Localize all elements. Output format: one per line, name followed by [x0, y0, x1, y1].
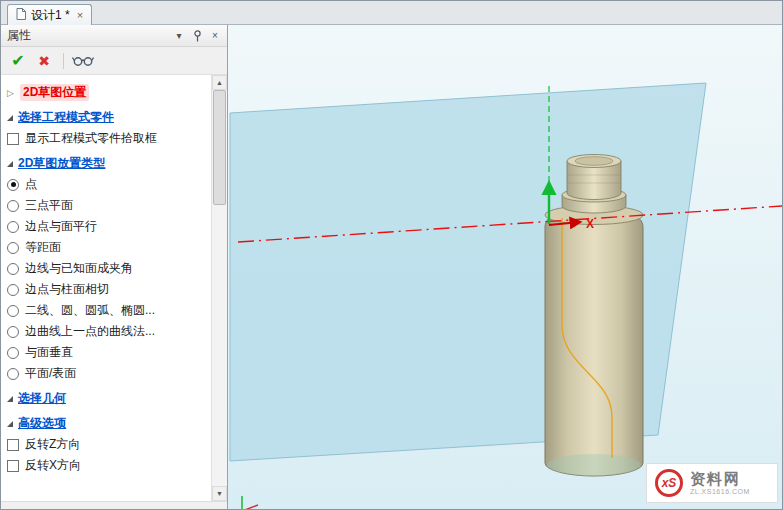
section-header-label: 2D草图放置类型: [18, 155, 105, 172]
checkbox-label: 显示工程模式零件拾取框: [25, 130, 157, 147]
panel-close-icon[interactable]: ×: [207, 28, 223, 44]
section-header-label: 选择工程模式零件: [18, 109, 114, 126]
radio-label: 平面/表面: [25, 365, 76, 382]
watermark-logo-icon: xS: [655, 469, 683, 497]
checkbox-row[interactable]: 反转Z方向: [1, 434, 211, 455]
panel-scrollbar[interactable]: ▲ ▼: [211, 75, 227, 501]
panel-list: ▷2D草图位置选择工程模式零件显示工程模式零件拾取框2D草图放置类型点三点平面边…: [1, 75, 211, 501]
section-header-label: 选择几何: [18, 390, 66, 407]
radio-row[interactable]: 二线、圆、圆弧、椭圆...: [1, 300, 211, 321]
tab-design1[interactable]: 设计1 * ×: [7, 4, 92, 25]
radio-label: 等距面: [25, 239, 61, 256]
radio-button[interactable]: [7, 200, 19, 212]
radio-row[interactable]: 边线与已知面成夹角: [1, 258, 211, 279]
radio-row[interactable]: 等距面: [1, 237, 211, 258]
checkbox-row[interactable]: 反转X方向: [1, 455, 211, 476]
viewport-canvas[interactable]: X: [228, 25, 782, 509]
checkbox-row[interactable]: 显示工程模式零件拾取框: [1, 128, 211, 149]
collapse-arrow-icon[interactable]: [7, 161, 13, 167]
document-icon: [16, 8, 26, 23]
radio-label: 边点与面平行: [25, 218, 97, 235]
radio-label: 边曲线上一点的曲线法...: [25, 323, 155, 340]
radio-row[interactable]: 边点与面平行: [1, 216, 211, 237]
panel-menu-icon[interactable]: ▾: [171, 28, 187, 44]
pin-icon[interactable]: [189, 28, 205, 44]
panel-toolbar: ✔ ✖: [1, 47, 227, 75]
tab-label: 设计1 *: [31, 7, 70, 24]
checkbox[interactable]: [7, 460, 19, 472]
panel-footer: [1, 501, 227, 509]
checkbox-label: 反转X方向: [25, 457, 81, 474]
preview-glasses-icon[interactable]: [72, 54, 94, 67]
panel-titlebar: 属性 ▾ ×: [1, 25, 227, 47]
checkbox-label: 反转Z方向: [25, 436, 80, 453]
header-row[interactable]: 2D草图放置类型: [1, 153, 211, 174]
watermark-name: 资料网: [690, 470, 750, 487]
radio-label: 边点与柱面相切: [25, 281, 109, 298]
scroll-down-icon[interactable]: ▼: [212, 486, 227, 501]
radio-row[interactable]: 与面垂直: [1, 342, 211, 363]
toolbar-separator: [63, 53, 64, 69]
collapse-arrow-icon[interactable]: [7, 396, 13, 402]
header-row[interactable]: 选择工程模式零件: [1, 107, 211, 128]
scroll-up-icon[interactable]: ▲: [212, 75, 227, 90]
header-row[interactable]: 高级选项: [1, 413, 211, 434]
radio-row[interactable]: 点: [1, 174, 211, 195]
panel-body: ▷2D草图位置选择工程模式零件显示工程模式零件拾取框2D草图放置类型点三点平面边…: [1, 75, 227, 501]
radio-button[interactable]: [7, 284, 19, 296]
header-row[interactable]: 选择几何: [1, 388, 211, 409]
properties-panel: 属性 ▾ × ✔ ✖: [1, 25, 228, 509]
radio-label: 与面垂直: [25, 344, 73, 361]
x-axis-label: X: [586, 217, 594, 231]
panel-title: 属性: [7, 27, 169, 44]
radio-label: 二线、圆、圆弧、椭圆...: [25, 302, 155, 319]
radio-button[interactable]: [7, 221, 19, 233]
collapsed-header-row[interactable]: ▷2D草图位置: [1, 82, 211, 103]
radio-button[interactable]: [7, 347, 19, 359]
radio-button[interactable]: [7, 368, 19, 380]
radio-row[interactable]: 三点平面: [1, 195, 211, 216]
radio-button[interactable]: [7, 326, 19, 338]
radio-button[interactable]: [7, 242, 19, 254]
watermark: xS 资料网 ZL.XS1616.COM: [646, 463, 778, 503]
checkbox[interactable]: [7, 439, 19, 451]
radio-label: 边线与已知面成夹角: [25, 260, 133, 277]
collapse-arrow-icon[interactable]: [7, 115, 13, 121]
3d-viewport[interactable]: X xS 资料网 ZL.XS1616.COM: [228, 25, 782, 509]
checkbox[interactable]: [7, 133, 19, 145]
radio-button[interactable]: [7, 263, 19, 275]
radio-row[interactable]: 平面/表面: [1, 363, 211, 384]
radio-button[interactable]: [7, 305, 19, 317]
tab-close-icon[interactable]: ×: [77, 9, 83, 21]
app-window: 设计1 * × 属性 ▾ × ✔ ✖: [0, 0, 783, 510]
radio-dot: [11, 182, 16, 187]
scrollbar-thumb[interactable]: [213, 90, 226, 205]
bottle-bottom-face: [547, 454, 641, 476]
main-area: 属性 ▾ × ✔ ✖: [1, 25, 782, 509]
watermark-url: ZL.XS1616.COM: [690, 488, 750, 496]
section-header-label: 高级选项: [18, 415, 66, 432]
ok-button[interactable]: ✔: [7, 51, 29, 70]
expand-arrow-icon[interactable]: ▷: [7, 88, 16, 98]
radio-button[interactable]: [7, 179, 19, 191]
radio-row[interactable]: 边曲线上一点的曲线法...: [1, 321, 211, 342]
document-tabbar: 设计1 * ×: [1, 1, 782, 25]
radio-row[interactable]: 边点与柱面相切: [1, 279, 211, 300]
required-field-label: 2D草图位置: [20, 84, 89, 101]
cancel-button[interactable]: ✖: [33, 53, 55, 69]
radio-label: 三点平面: [25, 197, 73, 214]
collapse-arrow-icon[interactable]: [7, 421, 13, 427]
radio-label: 点: [25, 176, 37, 193]
